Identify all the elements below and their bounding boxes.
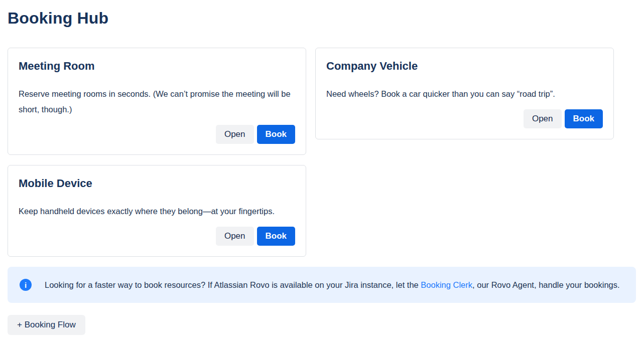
book-button-company-vehicle[interactable]: Book	[565, 109, 603, 128]
card-description-meeting-room: Reserve meeting rooms in seconds. (We ca…	[19, 86, 295, 117]
card-actions: Open Book	[19, 125, 295, 144]
resource-cards-grid: Meeting Room Reserve meeting rooms in se…	[8, 48, 636, 257]
card-title-company-vehicle: Company Vehicle	[326, 60, 603, 73]
booking-clerk-link[interactable]: Booking Clerk	[421, 280, 472, 289]
card-title-mobile-device: Mobile Device	[19, 177, 295, 190]
card-company-vehicle: Company Vehicle Need wheels? Book a car …	[315, 48, 614, 139]
info-banner-text-before-link: Looking for a faster way to book resourc…	[45, 280, 421, 289]
add-booking-flow-button[interactable]: + Booking Flow	[8, 315, 85, 335]
page-title: Booking Hub	[8, 9, 636, 28]
info-icon: i	[20, 279, 32, 291]
open-button-meeting-room[interactable]: Open	[216, 125, 254, 144]
open-button-mobile-device[interactable]: Open	[216, 227, 254, 246]
book-button-meeting-room[interactable]: Book	[257, 125, 296, 144]
card-description-mobile-device: Keep handheld devices exactly where they…	[19, 204, 295, 219]
info-banner: i Looking for a faster way to book resou…	[8, 267, 636, 303]
card-actions: Open Book	[19, 227, 295, 246]
info-banner-text-after-link: , our Rovo Agent, handle your bookings.	[472, 280, 620, 289]
info-banner-text: Looking for a faster way to book resourc…	[45, 277, 620, 293]
card-title-meeting-room: Meeting Room	[19, 60, 295, 73]
card-description-company-vehicle: Need wheels? Book a car quicker than you…	[326, 86, 603, 102]
card-mobile-device: Mobile Device Keep handheld devices exac…	[8, 165, 306, 257]
book-button-mobile-device[interactable]: Book	[257, 227, 296, 246]
card-actions: Open Book	[326, 109, 603, 128]
card-meeting-room: Meeting Room Reserve meeting rooms in se…	[8, 48, 306, 155]
open-button-company-vehicle[interactable]: Open	[524, 109, 562, 128]
